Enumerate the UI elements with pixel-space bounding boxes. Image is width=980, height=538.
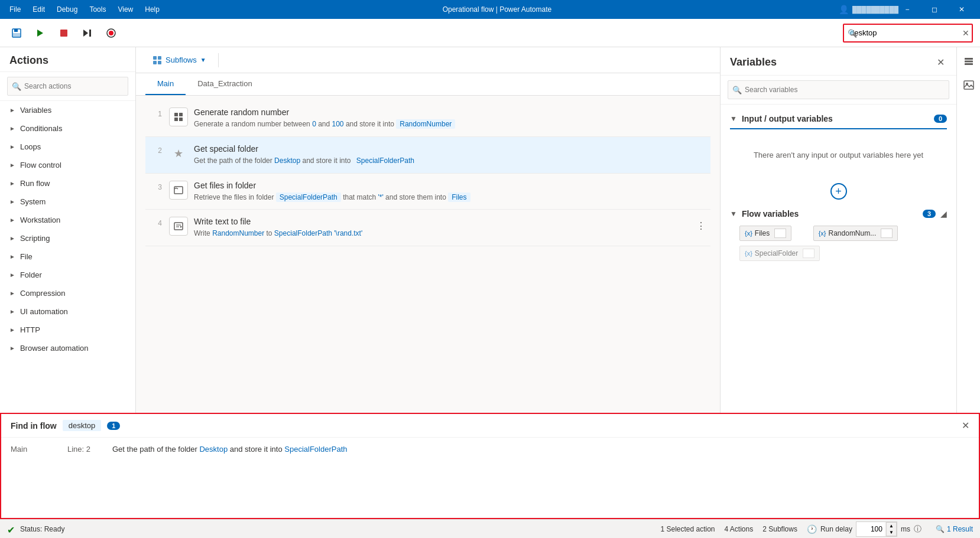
action-group-label: Workstation	[20, 216, 60, 224]
flow-content: 1 Generate random number	[136, 96, 720, 413]
action-group-run-flow[interactable]: ► Run flow	[0, 174, 135, 193]
step-link: Desktop	[274, 156, 300, 165]
subflows-button[interactable]: Subflows ▼	[145, 51, 213, 70]
minimize-button[interactable]: −	[894, 0, 921, 19]
variables-close-button[interactable]: ✕	[934, 54, 947, 70]
svg-rect-6	[89, 30, 91, 37]
find-result-row[interactable]: Main Line: 2 Get the path of the folder …	[1, 438, 979, 461]
close-button[interactable]: ✕	[948, 0, 975, 19]
image-icon[interactable]	[959, 76, 978, 94]
flow-search-clear-button[interactable]: ✕	[962, 28, 969, 38]
run-delay-unit: ms	[901, 525, 910, 533]
step-tag: RandomNumber	[396, 119, 455, 129]
window-controls[interactable]: 👤 ██████████ − ◻ ✕	[830, 0, 975, 19]
action-group-file[interactable]: ► File	[0, 247, 135, 266]
variable-chip-specialfolder[interactable]: {x} SpecialFolder	[739, 246, 820, 261]
variable-chip-files[interactable]: {x} Files	[739, 226, 791, 241]
action-group-label: File	[20, 252, 33, 261]
info-icon: ⓘ	[914, 524, 921, 534]
svg-rect-23	[965, 63, 973, 65]
status-ready: ✔ Status: Ready	[7, 524, 64, 534]
run-button[interactable]	[31, 24, 50, 43]
action-group-scripting[interactable]: ► Scripting	[0, 229, 135, 247]
run-delay-decrement[interactable]: ▼	[887, 529, 896, 536]
filter-icon[interactable]: ◢	[940, 209, 947, 219]
variable-chip-randomnum[interactable]: {x} RandomNum...	[813, 226, 898, 241]
action-group-browser-automation[interactable]: ► Browser automation	[0, 339, 135, 357]
result-link[interactable]: 🔍 1 Result	[936, 525, 973, 533]
menu-file[interactable]: File	[5, 3, 25, 16]
svg-rect-4	[60, 30, 67, 37]
right-sidebar	[956, 47, 980, 413]
add-variable-button[interactable]: +	[830, 183, 847, 200]
step-content-4: Write text to file Write RandomNumber to…	[194, 217, 710, 239]
menu-view[interactable]: View	[113, 3, 138, 16]
menu-help[interactable]: Help	[140, 3, 164, 16]
action-group-http[interactable]: ► HTTP	[0, 321, 135, 339]
tab-data-extraction[interactable]: Data_Extraction	[186, 73, 264, 95]
chevron-right-icon: ►	[9, 125, 15, 132]
clock-icon: 🕐	[807, 524, 817, 534]
step-more-button[interactable]: ⋮	[692, 218, 710, 234]
actions-panel: Actions 🔍 ► Variables ► Conditionals	[0, 47, 136, 413]
step-tag: Files	[448, 193, 470, 202]
flow-search-icon: 🔍	[848, 28, 857, 37]
svg-rect-1	[14, 29, 18, 32]
flow-variables-badge: 3	[923, 210, 936, 218]
find-result-link2[interactable]: SpecialFolderPath	[284, 445, 347, 454]
step-title-4: Write text to file	[194, 217, 710, 226]
action-group-variables[interactable]: ► Variables	[0, 101, 135, 119]
action-group-system[interactable]: ► System	[0, 193, 135, 211]
stop-button[interactable]	[54, 24, 73, 43]
run-delay-stepper: ▲ ▼	[886, 522, 897, 536]
run-delay-increment[interactable]: ▲	[887, 523, 896, 529]
find-close-button[interactable]: ✕	[962, 420, 969, 431]
run-delay-input[interactable]	[856, 522, 885, 536]
flow-variables-section: ▼ Flow variables 3 ◢ {x} Files	[721, 204, 956, 263]
actions-search-input[interactable]	[7, 77, 128, 96]
input-output-section: ▼ Input / output variables 0 There aren'…	[721, 109, 956, 200]
action-group-label: System	[20, 197, 46, 206]
status-ready-icon: ✔	[7, 524, 17, 534]
input-output-title: Input / output variables	[742, 114, 929, 123]
action-group-flow-control[interactable]: ► Flow control	[0, 156, 135, 174]
status-bar: ✔ Status: Ready 1 Selected action 4 Acti…	[0, 519, 980, 538]
action-group-loops[interactable]: ► Loops	[0, 138, 135, 156]
action-group-conditionals[interactable]: ► Conditionals	[0, 119, 135, 138]
flow-step-4[interactable]: 4 Write text to file	[145, 210, 710, 246]
action-group-workstation[interactable]: ► Workstation	[0, 211, 135, 229]
flow-step-1[interactable]: 1 Generate random number	[145, 100, 710, 137]
action-group-ui-automation[interactable]: ► UI automation	[0, 302, 135, 321]
flow-search-input[interactable]	[843, 24, 973, 43]
record-button[interactable]	[102, 24, 121, 43]
layers-icon[interactable]	[959, 52, 978, 71]
flow-step-2[interactable]: 2 ★ Get special folder Get the path of t…	[145, 137, 710, 174]
step-number-3: 3	[145, 181, 169, 191]
menu-debug[interactable]: Debug	[52, 3, 82, 16]
step-link: '\rand.txt'	[334, 229, 362, 237]
flow-variables-header[interactable]: ▼ Flow variables 3 ◢	[721, 204, 956, 223]
step-button[interactable]	[78, 24, 97, 43]
variables-search-input[interactable]	[728, 80, 949, 99]
actions-title: Actions	[0, 47, 135, 72]
input-output-header[interactable]: ▼ Input / output variables 0	[721, 109, 956, 128]
restore-button[interactable]: ◻	[921, 0, 948, 19]
action-group-folder[interactable]: ► Folder	[0, 266, 135, 284]
menu-edit[interactable]: Edit	[28, 3, 50, 16]
variable-type-label: {x}	[745, 250, 752, 257]
main-layout: 🔍 ✕ Actions 🔍 ► Variables	[0, 19, 980, 538]
menu-bar[interactable]: File Edit Debug Tools View Help	[5, 3, 164, 16]
menu-tools[interactable]: Tools	[85, 3, 111, 16]
svg-rect-17	[174, 187, 183, 194]
chevron-right-icon: ►	[9, 290, 15, 296]
tab-main[interactable]: Main	[145, 73, 186, 95]
save-button[interactable]	[7, 24, 26, 43]
action-group-label: HTTP	[20, 325, 40, 334]
flow-step-3[interactable]: 3 Get files in folder Retrieve the files…	[145, 174, 710, 210]
action-group-compression[interactable]: ► Compression	[0, 284, 135, 302]
window-title: Operational flow | Power Automate	[164, 5, 830, 14]
action-group-label: Variables	[20, 106, 51, 115]
actions-search-icon: 🔍	[12, 82, 21, 91]
variable-type-label: {x}	[745, 230, 752, 237]
find-result-link1[interactable]: Desktop	[199, 445, 228, 454]
